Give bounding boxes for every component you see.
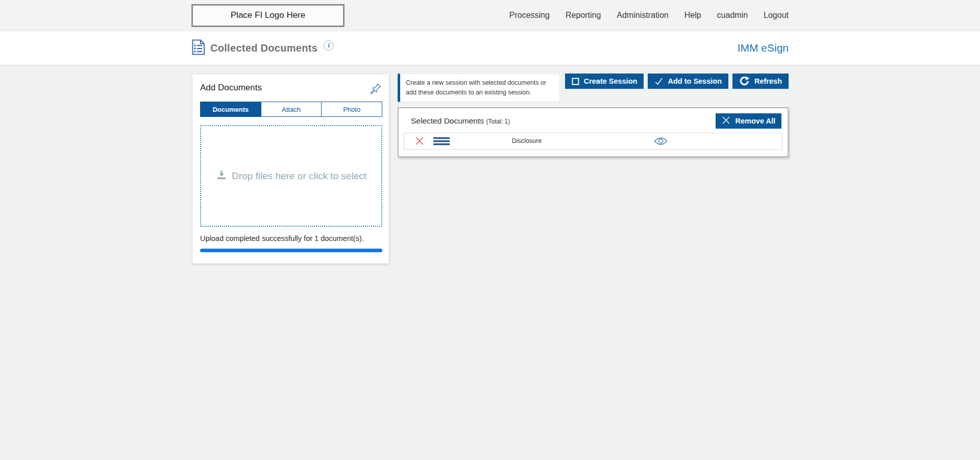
fi-logo-text: Place FI Logo Here xyxy=(231,10,305,20)
page-title: Collected Documents xyxy=(210,42,317,54)
nav-item-user-cuadmin[interactable]: cuadmin xyxy=(717,11,748,20)
nav-item-reporting[interactable]: Reporting xyxy=(566,11,601,20)
remove-all-button[interactable]: Remove All xyxy=(716,113,781,129)
checkmark-icon xyxy=(654,78,663,85)
session-buttons: Create Session Add to Session xyxy=(565,74,789,89)
selected-documents-total: (Total: 1) xyxy=(486,118,510,125)
tab-photo[interactable]: Photo xyxy=(321,102,382,116)
page-header: Collected Documents i IMM eSign xyxy=(0,31,980,65)
session-note: Create a new session with selected docum… xyxy=(398,74,560,102)
create-session-button[interactable]: Create Session xyxy=(565,74,644,89)
selected-documents-panel: Selected Documents (Total: 1) Remove All xyxy=(398,107,789,157)
add-documents-tabs: Documents Attach Photo xyxy=(200,102,382,117)
document-name: Disclosure xyxy=(450,137,603,144)
refresh-button[interactable]: Refresh xyxy=(732,74,789,89)
download-icon xyxy=(216,170,227,183)
brand-logo: IMM eSign xyxy=(738,42,789,54)
nav-item-help[interactable]: Help xyxy=(684,11,701,20)
nav-item-logout[interactable]: Logout xyxy=(764,11,789,20)
content-area: Add Documents Documents Attach Photo xyxy=(0,65,980,264)
file-dropzone[interactable]: Drop files here or click to select xyxy=(200,125,382,227)
pin-icon[interactable] xyxy=(369,82,382,95)
selected-documents-title: Selected Documents (Total: 1) xyxy=(411,116,510,126)
main-nav: Processing Reporting Administration Help… xyxy=(509,11,789,20)
refresh-icon xyxy=(739,76,750,86)
session-column: Create a new session with selected docum… xyxy=(398,74,789,157)
add-documents-panel: Add Documents Documents Attach Photo xyxy=(192,74,389,264)
info-icon[interactable]: i xyxy=(324,40,334,51)
nav-item-processing[interactable]: Processing xyxy=(509,11,550,20)
upload-progress-bar xyxy=(200,249,382,252)
square-icon xyxy=(572,78,579,85)
dropzone-label: Drop files here or click to select xyxy=(232,171,366,182)
upload-status-message: Upload completed successfully for 1 docu… xyxy=(200,234,382,243)
close-icon xyxy=(722,116,730,126)
fi-logo-placeholder[interactable]: Place FI Logo Here xyxy=(191,4,345,27)
nav-item-administration[interactable]: Administration xyxy=(617,11,668,20)
add-documents-title: Add Documents xyxy=(200,82,262,93)
table-row: Disclosure xyxy=(404,133,782,150)
preview-eye-icon[interactable] xyxy=(654,137,668,146)
delete-document-icon[interactable] xyxy=(414,136,425,146)
tab-documents[interactable]: Documents xyxy=(201,102,261,116)
drag-handle-icon[interactable] xyxy=(433,137,450,146)
add-to-session-button[interactable]: Add to Session xyxy=(648,74,728,89)
collected-documents-icon xyxy=(191,39,205,57)
top-bar: Place FI Logo Here Processing Reporting … xyxy=(0,0,980,31)
tab-attach[interactable]: Attach xyxy=(261,102,322,116)
